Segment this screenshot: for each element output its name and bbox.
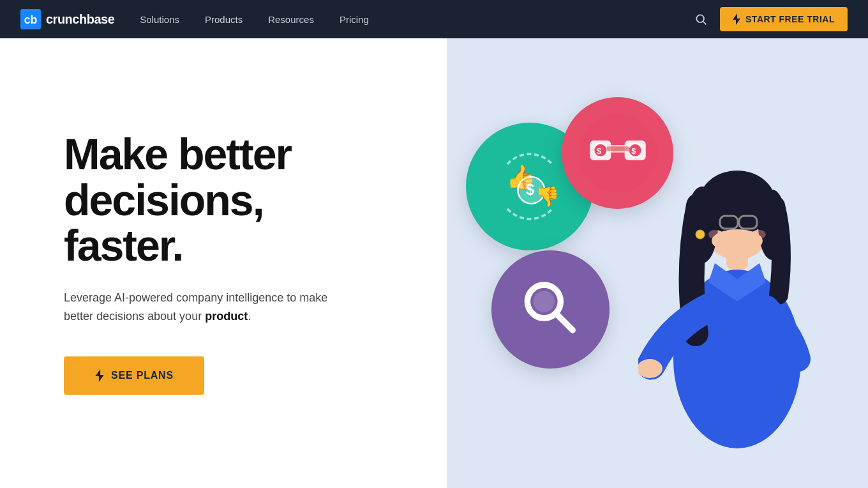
svg-point-2: [696, 15, 704, 22]
svg-marker-5: [95, 369, 103, 382]
see-plans-button[interactable]: SEE PLANS: [64, 356, 204, 395]
logo[interactable]: cb crunchbase: [20, 9, 114, 29]
start-trial-label: START FREE TRIAL: [745, 14, 835, 24]
nav-link-pricing[interactable]: Pricing: [340, 14, 369, 25]
crunchbase-logo-icon: cb: [20, 9, 41, 29]
purple-circle-icon: [491, 250, 610, 369]
svg-text:$: $: [526, 181, 534, 198]
teal-circle-svg: 👍 $ 👎: [485, 142, 574, 231]
nav-link-products[interactable]: Products: [205, 14, 243, 25]
svg-rect-19: [606, 146, 629, 151]
svg-line-3: [703, 22, 707, 25]
svg-marker-4: [733, 13, 740, 25]
woman-illustration: [638, 91, 836, 455]
illustration-container: 👍 $ 👎: [428, 72, 849, 455]
hero-subtitle-prefix: Leverage AI-powered company intelligence…: [64, 291, 327, 323]
svg-point-20: [511, 270, 590, 349]
logo-text: crunchbase: [46, 12, 114, 27]
search-icon: [694, 13, 707, 26]
search-button[interactable]: [694, 13, 707, 26]
nav-right: START FREE TRIAL: [694, 7, 848, 31]
hero-subtitle: Leverage AI-powered company intelligence…: [64, 289, 357, 326]
bolt-icon: [733, 13, 740, 25]
bolt-icon-cta: [94, 369, 105, 382]
nav-link-resources[interactable]: Resources: [268, 14, 314, 25]
hero-left: Make better decisions, faster. Leverage …: [0, 38, 408, 488]
hero-section: Make better decisions, faster. Leverage …: [0, 38, 868, 488]
hero-subtitle-suffix: .: [248, 310, 251, 323]
navbar: cb crunchbase Solutions Products Resourc…: [0, 0, 868, 38]
nav-link-solutions[interactable]: Solutions: [140, 14, 179, 25]
svg-point-33: [696, 230, 705, 239]
start-trial-button[interactable]: START FREE TRIAL: [720, 7, 848, 31]
hero-title-line2: decisions, faster.: [64, 176, 264, 270]
svg-point-22: [533, 291, 554, 312]
svg-text:$: $: [596, 146, 601, 156]
svg-point-37: [712, 229, 763, 252]
woman-svg: [638, 91, 836, 455]
svg-text:👎: 👎: [535, 185, 560, 208]
svg-text:cb: cb: [24, 13, 38, 26]
hero-right: 👍 $ 👎: [408, 38, 868, 488]
hero-title: Make better decisions, faster.: [64, 132, 357, 268]
svg-text:$: $: [631, 146, 636, 156]
hero-subtitle-bold: product: [205, 310, 248, 323]
hero-title-line1: Make better: [64, 130, 291, 178]
nav-links: Solutions Products Resources Pricing: [140, 14, 694, 25]
see-plans-label: SEE PLANS: [111, 370, 174, 381]
purple-circle-svg: [509, 268, 592, 351]
